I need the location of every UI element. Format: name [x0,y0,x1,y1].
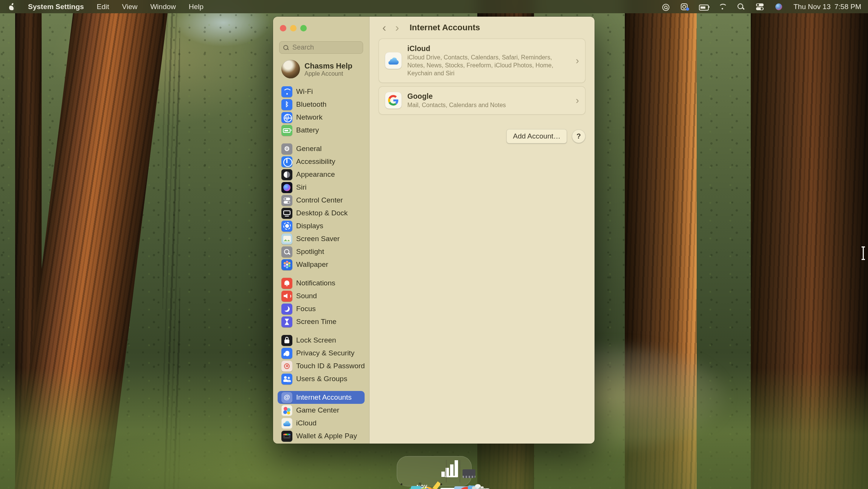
icon-glyph [281,234,292,244]
sidebar-item[interactable]: Appearance [278,168,365,181]
search-input[interactable] [292,43,359,52]
icon-glyph [281,291,292,302]
sidebar-item[interactable]: Spotlight [278,245,365,258]
help-button[interactable]: ? [572,129,585,143]
sidebar-item-icon [281,259,292,270]
sidebar-item[interactable]: Network [278,111,365,124]
sidebar-item-icon [281,316,292,327]
menu-window[interactable]: Window [150,3,176,11]
sidebar-item-label: Notifications [296,279,335,287]
icon-glyph [281,418,292,429]
menu-view[interactable]: View [122,3,138,11]
sidebar-nav: Wi-Fi ᛒ Bluetooth Network [273,81,369,442]
close-window-button[interactable] [280,25,286,31]
dock-app-icon[interactable] [460,460,460,483]
screen-app-badge-icon[interactable] [680,3,689,11]
sidebar-item-icon [281,405,292,416]
sidebar-item[interactable]: ᛒ Bluetooth [278,98,365,111]
icon-glyph: @ [281,392,292,403]
menu-edit[interactable]: Edit [97,3,109,11]
sidebar-item[interactable]: Sound [278,290,365,302]
notification-dot [686,8,689,11]
menu-bar-clock[interactable]: Thu Nov 13 7:58 PM [793,3,861,11]
dock: NOV 13 [397,456,472,486]
sidebar-item-label: Network [296,113,323,121]
icon-glyph [281,259,292,270]
menu-app-name[interactable]: System Settings [28,3,84,11]
page-title: Internet Accounts [410,23,480,33]
sidebar-item[interactable]: ⚙ General [278,142,365,155]
spotlight-search-icon[interactable] [737,3,746,11]
wifi-icon[interactable] [718,3,727,11]
sidebar-item[interactable]: Screen Time [278,315,365,328]
sidebar-item-icon [281,156,292,167]
icon-glyph [281,348,292,359]
icloud-account-card: iCloud iCloud Drive, Contacts, Calendars… [379,39,585,83]
icloud-account-row[interactable]: iCloud iCloud Drive, Contacts, Calendars… [379,39,585,83]
icon-glyph [281,246,292,257]
icon-glyph [281,374,292,385]
menu-bar: System Settings Edit View Window Help Th… [0,0,868,13]
sidebar-item[interactable]: Wi-Fi [278,85,365,98]
sidebar-item-icon [281,112,292,123]
sidebar-item-label: Displays [296,222,323,230]
minimize-window-button[interactable] [290,25,297,31]
sidebar-item[interactable]: Wallet & Apple Pay [278,430,365,442]
apple-account-row[interactable]: Chasms Help Apple Account [273,54,369,81]
sidebar-item[interactable]: iCloud [278,417,365,430]
account-name: Chasms Help [304,61,352,70]
sidebar-item-label: Screen Saver [296,235,340,243]
google-icon [385,92,402,109]
sidebar-item-label: Spotlight [296,248,324,256]
sidebar-item-label: Focus [296,305,316,313]
forward-chevron-icon[interactable]: › [392,23,402,33]
sidebar-item[interactable]: @ Internet Accounts [278,391,365,404]
sidebar-item-label: Screen Time [296,318,337,326]
sidebar-item[interactable]: Touch ID & Password [278,360,365,372]
apple-menu-icon[interactable] [9,3,15,10]
colorful-sphere-icon[interactable] [775,3,784,11]
sidebar-item-label: Lock Screen [296,336,336,344]
control-center-icon[interactable] [756,3,765,11]
icon-glyph [281,405,292,416]
menu-help[interactable]: Help [189,3,203,11]
sidebar-search-field[interactable] [279,41,363,54]
sidebar-item[interactable]: Battery [278,124,365,137]
dock-app-icon[interactable] [446,460,447,483]
add-account-button[interactable]: Add Account… [506,129,567,143]
sidebar-item-icon [281,335,292,346]
creative-cloud-icon[interactable] [661,3,670,11]
sidebar-item[interactable]: Displays [278,220,365,232]
back-chevron-icon[interactable]: ‹ [379,23,389,33]
google-account-row[interactable]: Google Mail, Contacts, Calendars and Not… [379,87,585,114]
sidebar-item-icon [281,195,292,206]
actions-row: Add Account… ? [379,129,585,143]
sidebar-item-label: Privacy & Security [296,349,354,357]
icon-glyph [281,316,292,327]
sidebar-item[interactable]: Game Center [278,404,365,417]
sidebar-item[interactable]: Desktop & Dock [278,207,365,220]
sidebar-item[interactable]: Control Center [278,194,365,207]
zoom-window-button[interactable] [300,25,307,31]
icon-glyph [281,125,292,136]
sidebar-item[interactable]: Screen Saver [278,232,365,245]
sidebar-item-label: Wi-Fi [296,87,313,96]
window-controls [273,17,369,31]
menu-bar-time: 7:58 PM [834,3,861,11]
sidebar-item[interactable]: Wallpaper [278,258,365,271]
sidebar-item-icon [281,291,292,302]
sidebar-item[interactable]: Notifications [278,277,365,290]
sidebar-item-icon: ⚙ [281,143,292,154]
sidebar-item[interactable]: Users & Groups [278,372,365,385]
sidebar-item[interactable]: Focus [278,302,365,315]
sidebar-item[interactable]: Privacy & Security [278,347,365,360]
sidebar-item[interactable]: Lock Screen [278,334,365,347]
battery-charging-icon[interactable] [699,3,708,11]
icon-glyph [281,221,292,232]
text-cursor [863,246,864,260]
chevron-right-icon: › [576,95,579,105]
sidebar-item[interactable]: Siri [278,181,365,194]
sidebar-item-label: Bluetooth [296,100,326,109]
sidebar-item-label: Wallpaper [296,260,328,269]
sidebar-item[interactable]: Accessibility [278,155,365,168]
